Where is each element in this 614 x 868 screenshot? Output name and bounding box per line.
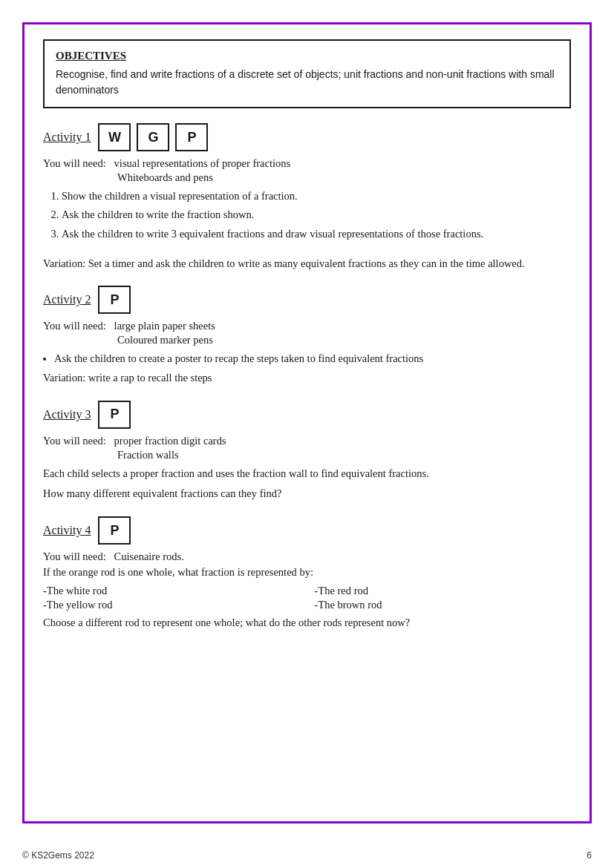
rod-yellow: -The yellow rod: [43, 599, 300, 611]
footer-page-number: 6: [587, 850, 592, 861]
activity-1-variation: Variation: Set a timer and ask the child…: [43, 256, 571, 271]
footer: © KS2Gems 2022 6: [0, 850, 614, 861]
activity-2-header: Activity 2 P: [43, 286, 571, 314]
rod-white: -The white rod: [43, 585, 300, 597]
activity-1-step-2: Ask the children to write the fraction s…: [62, 207, 571, 222]
page-container: OBJECTIVES Recognise, find and write fra…: [0, 0, 614, 868]
activity-4-body-1: If the orange rod is one whole, what fra…: [43, 565, 571, 581]
activity-4-badge-P: P: [98, 516, 131, 545]
activity-2-variation: Variation: write a rap to recall the ste…: [43, 370, 571, 385]
activity-3-you-will-need-2: Fraction walls: [117, 449, 571, 461]
activity-3-header: Activity 3 P: [43, 401, 571, 429]
objectives-title: OBJECTIVES: [56, 50, 558, 62]
main-content-border: OBJECTIVES Recognise, find and write fra…: [22, 22, 592, 823]
activity-3-badges: P: [98, 401, 131, 429]
activity-2-badge-P: P: [98, 286, 131, 314]
activity-4-section: Activity 4 P You will need: Cuisenaire r…: [43, 516, 571, 631]
activity-1-you-will-need: You will need: visual representations of…: [43, 157, 571, 170]
activity-4-you-will-need: You will need: Cuisenaire rods.: [43, 550, 571, 563]
activity-4-badges: P: [98, 516, 131, 545]
activity-1-you-will-need-2: Whiteboards and pens: [117, 171, 571, 184]
activity-2-bullets: Ask the children to create a poster to r…: [54, 351, 571, 366]
activity-1-header: Activity 1 W G P: [43, 123, 571, 151]
activity-3-body-1: Each child selects a proper fraction and…: [43, 466, 571, 482]
objectives-box: OBJECTIVES Recognise, find and write fra…: [43, 39, 571, 108]
activity-1-step-3: Ask the children to write 3 equivalent f…: [62, 226, 571, 241]
activity-2-you-will-need: You will need: large plain paper sheets: [43, 320, 571, 332]
badge-W: W: [98, 123, 131, 151]
activity-3-badge-P: P: [98, 401, 131, 429]
rod-red: -The red rod: [315, 585, 572, 597]
activity-2-you-will-need-2: Coloured marker pens: [117, 334, 571, 346]
activity-4-rods: -The white rod -The red rod -The yellow …: [43, 585, 571, 611]
activity-4-label: Activity 4: [43, 524, 91, 537]
activity-2-label: Activity 2: [43, 293, 91, 306]
activity-2-section: Activity 2 P You will need: large plain …: [43, 286, 571, 386]
activity-2-badges: P: [98, 286, 131, 314]
activity-2-bullet-1: Ask the children to create a poster to r…: [54, 351, 571, 366]
objectives-text: Recognise, find and write fractions of a…: [56, 67, 558, 98]
activity-4-header: Activity 4 P: [43, 516, 571, 545]
activity-3-you-will-need: You will need: proper fraction digit car…: [43, 435, 571, 447]
activity-1-step-1: Show the children a visual representatio…: [62, 188, 571, 203]
footer-copyright: © KS2Gems 2022: [22, 850, 94, 861]
activity-1-badges: W G P: [98, 123, 208, 151]
activity-1-label: Activity 1: [43, 131, 91, 144]
activity-4-final: Choose a different rod to represent one …: [43, 615, 571, 631]
activity-3-section: Activity 3 P You will need: proper fract…: [43, 401, 571, 502]
rod-brown: -The brown rod: [315, 599, 572, 611]
activity-3-body-2: How many different equivalent fractions …: [43, 486, 571, 502]
badge-G: G: [137, 123, 169, 151]
activity-1-steps: Show the children a visual representatio…: [62, 188, 571, 241]
badge-P: P: [175, 123, 208, 151]
activity-1-section: Activity 1 W G P You will need: visual r…: [43, 123, 571, 271]
activity-3-label: Activity 3: [43, 408, 91, 421]
